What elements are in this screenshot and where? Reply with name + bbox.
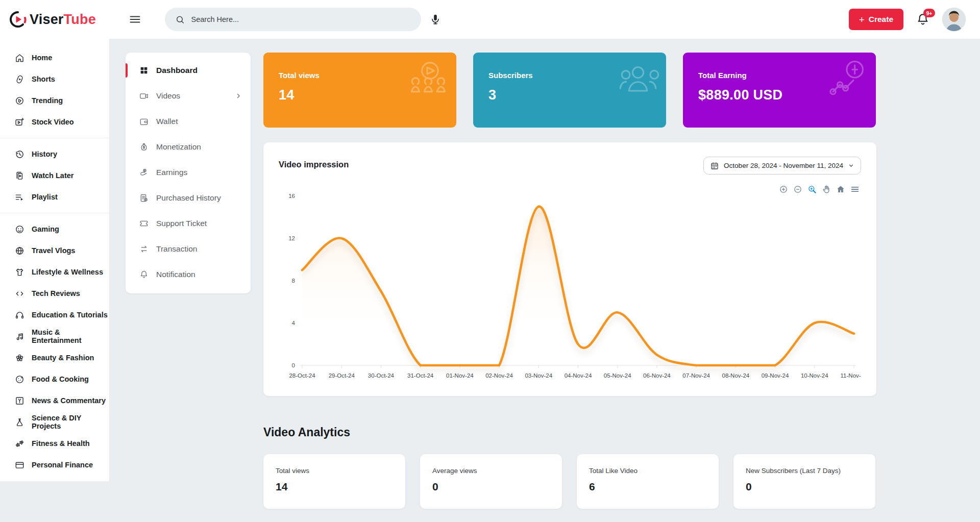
avatar[interactable] [942,8,966,31]
trending-icon [14,95,25,106]
menu [850,184,860,194]
analytics-card-value: 14 [276,481,405,493]
menu-item-label: Notification [156,270,195,279]
menu-item-earnings[interactable]: Earnings [126,160,251,185]
music-icon [14,331,25,342]
sidebar-item-lifestyle-wellness[interactable]: Lifestyle & Wellness [0,261,109,283]
menu-item-monetization[interactable]: Monetization [126,134,251,160]
analytics-card-label: Average views [432,467,562,475]
svg-text:03-Nov-24: 03-Nov-24 [525,372,552,379]
sidebar-item-label: Home [32,54,52,62]
analytics-card-label: Total Like Video [589,467,719,475]
menu-item-purchased-history[interactable]: Purchased History [126,185,251,211]
sidebar-item-fitness-health[interactable]: Fitness & Health [0,433,109,454]
chart-title: Video impression [279,157,349,169]
menu-item-transaction[interactable]: Transaction [126,236,251,262]
menu-item-label: Monetization [156,142,201,152]
search-bar[interactable] [165,8,421,31]
menu-item-label: Dashboard [156,66,198,75]
sidebar-item-shorts[interactable]: Shorts [0,68,109,90]
menu-item-dashboard[interactable]: Dashboard [126,58,251,83]
news-icon [14,395,25,406]
microphone-icon[interactable] [429,13,442,26]
sidebar-item-gaming[interactable]: Gaming [0,218,109,240]
notification-count-badge: 9+ [923,9,935,17]
sidebar-item-label: Watch Later [32,171,74,180]
svg-text:11-Nov-24: 11-Nov-24 [841,372,861,379]
svg-text:30-Oct-24: 30-Oct-24 [368,372,395,379]
menu-item-support-ticket[interactable]: Support Ticket [126,211,251,236]
sidebar-divider [0,213,109,213]
sidebar-item-travel-vlogs[interactable]: Travel Vlogs [0,240,109,261]
chart-toolbar [778,184,860,194]
sidebar-item-label: Food & Cooking [32,375,89,383]
sidebar-item-food-cooking[interactable]: Food & Cooking [0,368,109,390]
app-logo[interactable]: ViserTube [0,11,110,28]
logo-text: ViserTube [30,12,96,28]
sidebar-item-education-tutorials[interactable]: Education & Tutorials [0,304,109,326]
svg-text:06-Nov-24: 06-Nov-24 [643,372,671,379]
zoom-in [778,184,789,194]
analytics-card-value: 0 [746,481,875,493]
pan-tool-icon[interactable] [821,184,831,194]
education-icon [14,310,25,320]
impression-line-chart[interactable]: 048121628-Oct-2429-Oct-2430-Oct-2431-Oct… [279,187,861,387]
sidebar-item-science-diy-projects[interactable]: Science & DIY Projects [0,411,109,433]
svg-text:04-Nov-24: 04-Nov-24 [565,372,592,379]
home-icon [14,53,25,63]
stat-card-subscribers: Subscribers3 [473,53,666,128]
zoom-in-tool-icon[interactable] [778,184,789,194]
transaction-icon [139,244,149,254]
date-range-select[interactable]: October 28, 2024 - November 11, 2024 [703,157,861,175]
zoom-out-tool-icon[interactable] [793,184,803,194]
sidebar-item-trending[interactable]: Trending [0,90,109,111]
menu-item-wallet[interactable]: Wallet [126,109,251,134]
svg-text:12: 12 [288,235,295,241]
svg-text:05-Nov-24: 05-Nov-24 [604,372,631,379]
notification-bell-icon[interactable]: 9+ [916,12,930,27]
stat-card-total-views: Total views14 [263,53,456,128]
svg-text:31-Oct-24: 31-Oct-24 [407,372,434,379]
sidebar-item-news-commentary[interactable]: News & Commentary [0,390,109,411]
search-input[interactable] [191,15,411,23]
analytics-card-new-subscribers-last-7-days-: New Subscribers (Last 7 Days)0 [733,454,875,509]
sidebar-item-label: Personal Finance [32,461,93,469]
support-ticket-icon [139,218,149,229]
sidebar-item-home[interactable]: Home [0,47,109,68]
main-content: DashboardVideosWalletMonetizationEarning… [110,39,980,522]
food-icon [14,374,25,385]
fitness-icon [14,438,25,449]
sidebar-item-history[interactable]: History [0,143,109,165]
menu-item-notification[interactable]: Notification [126,262,251,287]
reset-home [836,184,846,194]
sidebar-item-playlist[interactable]: Playlist [0,186,109,208]
menu-item-videos[interactable]: Videos [126,83,251,109]
sidebar-item-stock-video[interactable]: Stock Video [0,111,109,133]
video-analytics-title: Video Analytics [263,426,876,439]
create-button[interactable]: + Create [849,9,903,30]
sidebar-item-music-entertainment[interactable]: Music & Entertainment [0,326,109,347]
hamburger-menu-icon[interactable] [128,13,142,26]
left-sidebar: HomeShortsTrendingStock VideoHistoryWatc… [0,39,110,481]
selection-zoom-tool-icon[interactable] [807,184,817,194]
sidebar-item-label: Music & Entertainment [32,328,109,344]
analytics-cards-row: Total views14Average views0Total Like Vi… [263,454,876,509]
svg-text:28-Oct-24: 28-Oct-24 [289,372,315,379]
menu-item-label: Transaction [156,244,197,254]
sidebar-item-personal-finance[interactable]: Personal Finance [0,454,109,476]
tech-icon [14,288,25,299]
sidebar-item-beauty-fashion[interactable]: Beauty & Fashion [0,347,109,368]
chevron-right-icon [234,92,242,100]
caret-down-icon [848,162,854,169]
analytics-card-value: 6 [589,481,719,493]
sidebar-item-tech-reviews[interactable]: Tech Reviews [0,283,109,304]
sidebar-divider [0,138,109,138]
history-icon [14,149,25,160]
sidebar-item-watch-later[interactable]: Watch Later [0,165,109,186]
sidebar-item-label: Tech Reviews [32,289,80,297]
menu-tool-icon[interactable] [850,184,860,194]
reset-home-tool-icon[interactable] [836,184,846,194]
svg-text:29-Oct-24: 29-Oct-24 [329,372,355,379]
svg-text:02-Nov-24: 02-Nov-24 [485,372,513,379]
beauty-icon [14,353,25,363]
